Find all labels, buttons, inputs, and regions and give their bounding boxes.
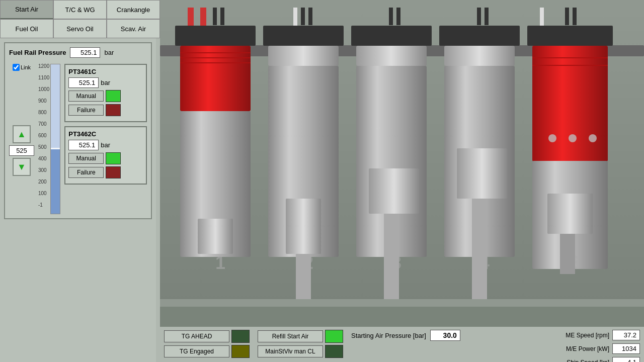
svg-rect-41 bbox=[485, 8, 489, 25]
main-visualization: 1 2 bbox=[160, 0, 644, 307]
svg-rect-28 bbox=[296, 254, 311, 299]
refill-control-group: Refill Start Air MainStVlv man CL bbox=[258, 330, 343, 358]
svg-rect-32 bbox=[356, 46, 427, 66]
ship-speed-label: Ship Speed [kn] bbox=[539, 359, 609, 363]
svg-rect-38 bbox=[369, 168, 419, 214]
sensor-2-id: PT3462C bbox=[68, 130, 143, 138]
tab-start-air[interactable]: Start Air bbox=[0, 0, 53, 19]
fuel-rail-title: Fuel Rail Pressure bbox=[9, 49, 66, 56]
tg-control-group: TG AHEAD TG Engaged bbox=[164, 330, 250, 358]
svg-rect-2 bbox=[188, 8, 194, 28]
svg-rect-27 bbox=[286, 199, 321, 254]
svg-rect-53 bbox=[573, 8, 577, 25]
fuel-rail-box: Fuel Rail Pressure 525.1 bar Link ▲ 525 … bbox=[4, 42, 152, 219]
sensor-box-1: PT3461C 525.1 bar Manual Failure bbox=[64, 64, 147, 122]
svg-rect-20 bbox=[263, 26, 344, 46]
metrics-group: ME Speed [rpm] 37.2 M/E Power [kW] 1034 … bbox=[539, 330, 640, 362]
main-st-vlv-led bbox=[325, 345, 343, 358]
bottom-divider-bar bbox=[160, 307, 644, 327]
starting-air-pressure-value: 30.0 bbox=[430, 330, 460, 341]
starting-air-pressure-group: Starting Air Pressure [bar] 30.0 bbox=[351, 330, 460, 341]
cylinder-svg: 1 2 bbox=[160, 0, 644, 307]
refill-start-air-button[interactable]: Refill Start Air bbox=[258, 330, 323, 342]
tg-engaged-button[interactable]: TG Engaged bbox=[164, 345, 229, 357]
svg-rect-64 bbox=[560, 234, 575, 274]
svg-rect-29 bbox=[389, 8, 393, 25]
sensor-2-manual-led bbox=[106, 152, 121, 164]
svg-rect-4 bbox=[213, 8, 217, 25]
fuel-rail-unit: bar bbox=[104, 49, 114, 56]
sensor-2-unit: bar bbox=[101, 141, 110, 149]
sensor-2-failure-led bbox=[106, 166, 121, 178]
svg-rect-54 bbox=[527, 26, 613, 46]
tg-engaged-led bbox=[231, 345, 250, 358]
svg-rect-49 bbox=[457, 148, 507, 199]
sensor-box-2: PT3462C 525.1 bar Manual Failure bbox=[64, 126, 147, 185]
tab-tc-wg[interactable]: T/C & WG bbox=[53, 0, 107, 19]
svg-rect-19 bbox=[308, 8, 312, 25]
sensor-1-value: 525.1 bbox=[68, 77, 99, 88]
sensor-1-manual-led bbox=[106, 90, 121, 102]
fuel-rail-value: 525.1 bbox=[70, 47, 100, 58]
tg-ahead-button[interactable]: TG AHEAD bbox=[164, 330, 229, 342]
scale-container: 1200 1100 1000 900 800 700 600 500 400 3… bbox=[38, 64, 60, 214]
bottom-controls: TG AHEAD TG Engaged Refill Start Air Mai… bbox=[160, 327, 644, 362]
starting-air-pressure-label: Starting Air Pressure [bar] bbox=[351, 332, 426, 339]
sensor-1-failure-led bbox=[106, 104, 121, 116]
svg-point-58 bbox=[548, 134, 556, 142]
down-arrow-button[interactable]: ▼ bbox=[13, 158, 31, 176]
sensor-2-manual-button[interactable]: Manual bbox=[68, 153, 104, 164]
svg-rect-40 bbox=[477, 8, 481, 25]
setpoint-value[interactable]: 525 bbox=[9, 145, 34, 156]
svg-rect-18 bbox=[301, 8, 305, 25]
gauge-bar bbox=[50, 64, 60, 214]
svg-rect-51 bbox=[540, 8, 544, 28]
sensor-1-unit: bar bbox=[101, 79, 110, 86]
svg-point-59 bbox=[569, 134, 577, 142]
left-panel: Fuel Rail Pressure 525.1 bar Link ▲ 525 … bbox=[0, 38, 156, 362]
tab-scav-air[interactable]: Scav. Air bbox=[107, 19, 160, 38]
link-checkbox[interactable]: Link bbox=[13, 64, 31, 71]
gauge-fill bbox=[51, 149, 60, 214]
svg-rect-42 bbox=[439, 26, 520, 46]
link-check[interactable] bbox=[13, 64, 20, 71]
scale-labels: 1200 1100 1000 900 800 700 600 500 400 3… bbox=[38, 64, 49, 214]
up-arrow-button[interactable]: ▲ bbox=[13, 125, 31, 143]
sensor-1-failure-button[interactable]: Failure bbox=[68, 105, 104, 116]
refill-start-air-led bbox=[325, 330, 343, 343]
main-st-vlv-button[interactable]: MainStVlv man CL bbox=[258, 345, 323, 357]
svg-rect-7 bbox=[180, 46, 251, 111]
me-power-label: M/E Power [kW] bbox=[539, 345, 609, 352]
me-speed-value: 37.2 bbox=[612, 330, 640, 340]
svg-point-60 bbox=[589, 134, 597, 142]
tab-fuel-oil[interactable]: Fuel Oil bbox=[0, 19, 53, 38]
svg-rect-6 bbox=[175, 26, 256, 46]
tg-ahead-led bbox=[231, 330, 250, 343]
sensor-2-failure-button[interactable]: Failure bbox=[68, 167, 104, 178]
tab-servo-oil[interactable]: Servo Oil bbox=[53, 19, 107, 38]
svg-rect-63 bbox=[547, 194, 593, 234]
svg-rect-16 bbox=[198, 219, 233, 254]
gauge-controls: Link ▲ 525 ▼ bbox=[9, 64, 34, 176]
sensor-1-manual-button[interactable]: Manual bbox=[68, 90, 104, 102]
svg-rect-5 bbox=[220, 8, 224, 25]
me-power-value: 1034 bbox=[612, 343, 640, 354]
tab-crankangle[interactable]: Crankangle bbox=[107, 0, 160, 19]
svg-rect-31 bbox=[351, 26, 432, 46]
gauge-marker bbox=[50, 148, 60, 149]
svg-rect-3 bbox=[200, 8, 206, 28]
top-nav: Start Air T/C & WG Crankangle Fuel Oil S… bbox=[0, 0, 160, 38]
me-speed-label: ME Speed [rpm] bbox=[539, 332, 609, 339]
svg-rect-50 bbox=[472, 199, 487, 299]
ship-speed-value: 4.1 bbox=[612, 357, 640, 362]
svg-rect-52 bbox=[565, 8, 569, 25]
svg-rect-43 bbox=[444, 46, 515, 66]
svg-rect-55 bbox=[532, 46, 608, 161]
sensor-1-id: PT3461C bbox=[68, 68, 143, 75]
svg-rect-21 bbox=[268, 46, 339, 66]
svg-text:1: 1 bbox=[215, 252, 225, 273]
sensor-2-value: 525.1 bbox=[68, 140, 99, 150]
svg-rect-39 bbox=[384, 214, 399, 299]
sensor-boxes: PT3461C 525.1 bar Manual Failure bbox=[64, 64, 147, 189]
svg-rect-30 bbox=[396, 8, 400, 25]
